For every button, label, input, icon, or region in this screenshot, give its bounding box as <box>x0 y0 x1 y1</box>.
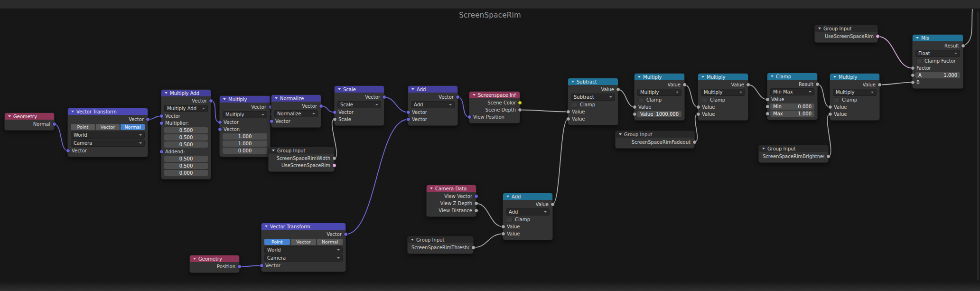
value-field[interactable]: 0.000 <box>164 170 208 176</box>
socket-vector-output[interactable] <box>456 95 460 99</box>
node-scale[interactable]: ScaleVectorScaleVectorScale <box>334 85 384 126</box>
node-header[interactable]: Vector Transform <box>261 223 345 230</box>
checkbox[interactable] <box>507 217 513 223</box>
collapse-chevron-icon[interactable] <box>638 76 641 78</box>
socket-vector-output[interactable] <box>344 232 348 236</box>
node-header[interactable]: Geometry <box>190 255 239 262</box>
collapse-chevron-icon[interactable] <box>430 188 433 189</box>
node-header[interactable]: Group Input <box>815 25 877 32</box>
socket-vector-output[interactable] <box>52 122 56 126</box>
button-vector[interactable]: Vector <box>291 239 317 245</box>
checkbox[interactable] <box>916 58 922 64</box>
collapse-chevron-icon[interactable] <box>165 92 168 94</box>
node-header[interactable]: Clamp <box>767 73 817 80</box>
socket-bool-output[interactable] <box>332 163 336 168</box>
socket-value-input[interactable] <box>501 232 505 236</box>
value-field[interactable]: Max1.000 <box>770 111 814 117</box>
socket-value-input[interactable] <box>566 110 570 114</box>
node-multiply-add[interactable]: Multiply AddVectorMultiply AddVectorMult… <box>161 89 211 179</box>
node-header[interactable]: Add <box>503 193 552 200</box>
socket-value-input[interactable] <box>828 112 832 116</box>
vertical-scrollbar[interactable] <box>977 11 979 281</box>
button-normal[interactable]: Normal <box>317 239 343 245</box>
node-header[interactable]: Scale <box>335 86 384 93</box>
socket-vector-input[interactable] <box>218 120 222 124</box>
node-header[interactable]: Multiply <box>635 74 684 80</box>
socket-vector-input[interactable] <box>406 110 411 114</box>
socket-value-input[interactable] <box>765 104 770 109</box>
node-multiply3[interactable]: MultiplyValueMultiplyClampValueValue <box>830 73 880 121</box>
dropdown[interactable]: Subtract <box>571 94 615 101</box>
node-header[interactable]: Group Input <box>408 236 473 243</box>
socket-value-output[interactable] <box>746 83 750 87</box>
node-multiply-vec[interactable]: MultiplyVectorMultiplyVectorVector:1.000… <box>219 95 271 157</box>
value-field[interactable]: 1.000 <box>223 133 267 140</box>
socket-vector-input[interactable] <box>159 114 164 118</box>
socket-value-input[interactable] <box>696 105 700 109</box>
socket-vector-input[interactable] <box>159 150 164 154</box>
node-group-input-threshold[interactable]: Group InputScreenSpaceRimThreshold <box>407 236 474 254</box>
node-header[interactable]: Normalize <box>271 95 321 102</box>
node-camera-data[interactable]: Camera DataView VectorView Z DepthView D… <box>426 185 476 217</box>
node-header[interactable]: Screenspace Info <box>469 92 520 98</box>
value-field[interactable]: 0.500 <box>164 127 208 133</box>
dropdown[interactable]: Float <box>915 50 960 57</box>
node-group-input-use[interactable]: Group InputUseScreenSpaceRim <box>814 25 878 43</box>
socket-color-output[interactable] <box>518 101 522 105</box>
node-multiply1[interactable]: MultiplyValueMultiplyClampValueValue1000… <box>634 73 685 121</box>
socket-value-input[interactable] <box>911 66 915 70</box>
collapse-chevron-icon[interactable] <box>818 28 821 29</box>
socket-value-output[interactable] <box>551 202 555 207</box>
dropdown[interactable]: Multiply <box>701 89 745 96</box>
collapse-chevron-icon[interactable] <box>411 239 414 241</box>
socket-vector-input[interactable] <box>467 115 472 119</box>
node-header[interactable]: Add <box>408 86 457 93</box>
socket-value-output[interactable] <box>471 245 476 250</box>
socket-vector-input[interactable] <box>270 119 274 123</box>
socket-vector-output[interactable] <box>146 117 150 122</box>
node-header[interactable]: Multiply <box>830 74 879 80</box>
dropdown[interactable]: Multiply <box>833 89 877 96</box>
node-subtract[interactable]: SubtractValueSubtractClampValueValue <box>568 78 618 125</box>
collapse-chevron-icon[interactable] <box>8 115 11 117</box>
socket-vector-input[interactable] <box>159 121 164 125</box>
collapse-chevron-icon[interactable] <box>916 37 919 39</box>
dropdown[interactable]: Camera <box>71 140 145 147</box>
collapse-chevron-icon[interactable] <box>619 133 622 135</box>
socket-value-output[interactable] <box>518 108 522 112</box>
dropdown[interactable]: Multiply Add <box>164 105 208 112</box>
node-vt-top[interactable]: Vector TransformVectorPointVectorNormalW… <box>67 108 148 157</box>
node-header[interactable]: Multiply <box>220 96 270 103</box>
collapse-chevron-icon[interactable] <box>338 88 341 90</box>
value-field[interactable]: 1.000 <box>223 141 267 147</box>
node-header[interactable]: Group Input <box>759 145 828 152</box>
socket-value-output[interactable] <box>692 140 697 144</box>
socket-value-input[interactable] <box>633 105 637 109</box>
node-vt-bottom[interactable]: Vector TransformVectorPointVectorNormalW… <box>261 223 346 272</box>
node-header[interactable]: Group Input <box>269 147 334 154</box>
dropdown[interactable]: Add <box>506 208 550 216</box>
socket-value-input[interactable] <box>828 105 832 109</box>
socket-vector-output[interactable] <box>209 99 213 103</box>
socket-value-input[interactable] <box>633 112 637 116</box>
checkbox[interactable] <box>572 102 578 108</box>
socket-vector-output[interactable] <box>319 104 323 108</box>
collapse-chevron-icon[interactable] <box>833 76 836 78</box>
collapse-chevron-icon[interactable] <box>771 75 774 77</box>
socket-value-output[interactable] <box>474 201 478 206</box>
socket-value-input[interactable] <box>566 117 570 121</box>
button-vector[interactable]: Vector <box>96 124 120 130</box>
value-field[interactable]: Value1000.000 <box>637 111 681 117</box>
collapse-chevron-icon[interactable] <box>701 76 704 78</box>
socket-value-output[interactable] <box>616 87 620 92</box>
value-field[interactable]: Min0.000 <box>770 103 814 110</box>
node-normalize[interactable]: NormalizeVectorNormalizeVector <box>271 94 321 128</box>
socket-vector-input[interactable] <box>260 263 264 268</box>
checkbox[interactable] <box>702 97 708 103</box>
checkbox[interactable] <box>638 97 644 103</box>
dropdown[interactable]: Multiply <box>637 89 681 96</box>
checkbox[interactable] <box>834 97 840 103</box>
socket-vector-output[interactable] <box>474 194 478 198</box>
collapse-chevron-icon[interactable] <box>223 98 226 100</box>
value-field[interactable]: 0.000 <box>223 148 267 154</box>
